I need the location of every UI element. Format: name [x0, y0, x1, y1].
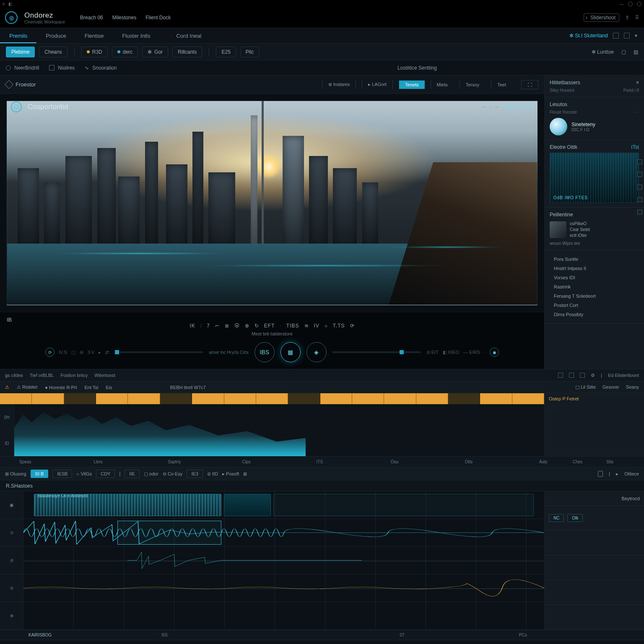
play-button[interactable]: ▦: [280, 342, 301, 362]
chip-sib[interactable]: SI B: [31, 470, 49, 478]
tl2-right-label[interactable]: Otitece: [624, 471, 639, 476]
rillcants-button[interactable]: Rillcants: [172, 47, 202, 57]
track-lane-empty[interactable]: [23, 602, 544, 630]
plebime-button[interactable]: Plebime: [6, 47, 35, 57]
share-label[interactable]: ✻ St.I Sluteritand: [569, 33, 608, 39]
tl-opt[interactable]: Fostion briicy: [60, 373, 88, 378]
chip-iid[interactable]: ⊘ IID: [207, 471, 218, 477]
track-head[interactable]: ⊙: [0, 519, 23, 547]
list-item[interactable]: Hnstrt Intpess II: [550, 264, 639, 273]
derc-button[interactable]: derc: [112, 47, 138, 57]
title-menu-item[interactable]: Breach 06: [80, 15, 103, 21]
layout-a-icon[interactable]: [613, 33, 619, 39]
list-item[interactable]: Dirns Possibty: [550, 310, 639, 319]
list-item[interactable]: Postsrt Cort: [550, 301, 639, 310]
grid-b-icon[interactable]: [569, 373, 574, 378]
scrub-in[interactable]: [115, 351, 203, 353]
pill-tersoy[interactable]: Tersoy: [460, 80, 485, 89]
float-tool-icon[interactable]: [637, 210, 642, 215]
grid-a-icon[interactable]: [558, 373, 563, 378]
track-lane-audio-a[interactable]: [23, 519, 544, 547]
tl-opt[interactable]: Witertoost: [94, 373, 115, 378]
close-icon[interactable]: [637, 2, 641, 6]
list-item[interactable]: Vorses IDI: [550, 273, 639, 282]
profile-avatar[interactable]: [550, 118, 567, 135]
tab-premils[interactable]: Premils: [0, 28, 36, 43]
chip-coesy[interactable]: ⊝ Co·Esy: [163, 471, 183, 477]
chip-grid-icon[interactable]: ⊞: [243, 471, 247, 477]
chip-ie3[interactable]: IE3: [187, 470, 203, 478]
hdr-item[interactable]: ⚠ Risbitel: [17, 384, 37, 390]
tab-cord[interactable]: Cord Ineal: [167, 28, 210, 43]
ib-chip[interactable]: IB: [7, 317, 12, 323]
cheans-button[interactable]: Cheans: [39, 47, 67, 57]
side-chip[interactable]: Olk: [567, 514, 583, 522]
preview-expand-icon[interactable]: ⛶: [521, 80, 538, 89]
gor-button[interactable]: ✻ Gor: [142, 47, 168, 57]
chip-vitgs[interactable]: ⟐ VitGs: [76, 471, 92, 476]
tl-opt[interactable]: Tief orBLBL: [30, 373, 54, 378]
loop-icon[interactable]: ⟳: [45, 348, 55, 357]
list-item[interactable]: Rastririk: [550, 282, 639, 291]
hdr-item[interactable]: ● Horeste R·Prt: [45, 385, 77, 390]
record-button[interactable]: ◈: [306, 342, 327, 362]
pill-miets[interactable]: Miets: [431, 80, 454, 89]
float-tool-icon[interactable]: [637, 159, 642, 164]
video-clip[interactable]: [224, 494, 271, 516]
track-lane-video[interactable]: Blasdiessye Oli e Ainbeard: [23, 491, 544, 519]
effect-preview[interactable]: OdB IMO FTES: [550, 153, 639, 203]
pill-tenets[interactable]: Tenets: [399, 80, 424, 89]
opt-nioilres[interactable]: Nioilres: [49, 65, 75, 71]
ellipsis-icon[interactable]: ⋯: [635, 110, 639, 114]
title-menu-item[interactable]: Milestones: [112, 15, 136, 21]
track-head[interactable]: ⊗: [0, 602, 23, 630]
play-mini-icon[interactable]: ▸: [616, 471, 618, 477]
grid-c-icon[interactable]: [580, 373, 585, 378]
track-head[interactable]: ⊝: [0, 574, 23, 602]
opt-neerbridrill[interactable]: NeerBridrill: [6, 65, 39, 71]
hdr-right-item[interactable]: Gesorer: [602, 384, 619, 390]
video-clip[interactable]: Blasdiessye Oli e Ainbeard: [34, 494, 221, 516]
float-tool-icon[interactable]: [637, 197, 642, 202]
more-icon[interactable]: ⠿: [635, 15, 639, 21]
pill-instares[interactable]: ⊛ Instares: [322, 80, 356, 89]
region-strip[interactable]: [0, 393, 544, 404]
gear-icon[interactable]: ⚙: [591, 373, 595, 378]
clip-placeholder[interactable]: [273, 494, 534, 516]
asset-row[interactable]: osPilkeO Cear Setet ectt iOter: [550, 221, 639, 239]
scrub-out[interactable]: [332, 351, 421, 353]
lock-icon[interactable]: [598, 471, 603, 477]
help-icon[interactable]: [628, 2, 633, 6]
list-item[interactable]: Fersang T Soledeort: [550, 291, 639, 301]
chip-posoft[interactable]: ▸ Posoft: [222, 471, 239, 477]
pill-teet[interactable]: Teet: [491, 80, 512, 89]
panel-a-icon[interactable]: ▢: [621, 49, 626, 55]
overlay-nav[interactable]: ← · →: [482, 104, 500, 110]
panel-b-icon[interactable]: ▤: [634, 49, 638, 55]
tab-flentise[interactable]: Flentise: [75, 28, 113, 43]
r3d-button[interactable]: R3D: [81, 47, 108, 57]
float-tool-icon[interactable]: [637, 184, 642, 190]
minimize-icon[interactable]: —: [620, 2, 624, 6]
layout-b-icon[interactable]: [624, 33, 630, 39]
pill-lagort[interactable]: ▸ LAGort: [362, 80, 393, 89]
float-tool-icon[interactable]: [637, 172, 642, 177]
tab-fluster[interactable]: Fluster Intls: [113, 28, 159, 43]
overview-wave[interactable]: 0H ID: [0, 404, 644, 456]
timecode-button[interactable]: IBS: [254, 342, 275, 362]
track-head[interactable]: ▣: [0, 491, 23, 519]
hdr-right-item[interactable]: Seany: [626, 384, 639, 390]
share-icon[interactable]: ⇪: [625, 15, 629, 21]
marker-icon[interactable]: ◉: [490, 348, 499, 357]
side-chip[interactable]: NC: [549, 514, 564, 522]
chevron-down-icon[interactable]: ▾: [635, 33, 637, 39]
track-head[interactable]: ⊘: [0, 547, 23, 574]
tl-right-label[interactable]: Ed Elistertloont: [608, 373, 639, 378]
menu-icon[interactable]: ≡: [3, 2, 5, 6]
chip-odor[interactable]: ▢ odor: [144, 471, 158, 477]
chip-iie[interactable]: IIE: [125, 470, 139, 478]
hdr-item[interactable]: Ent Tsl: [84, 385, 98, 390]
luntoe-label[interactable]: ✻ Lunttoe: [592, 49, 614, 55]
pilc-button[interactable]: Pilc: [240, 47, 259, 57]
track-lane-audio-b[interactable]: [23, 547, 544, 574]
